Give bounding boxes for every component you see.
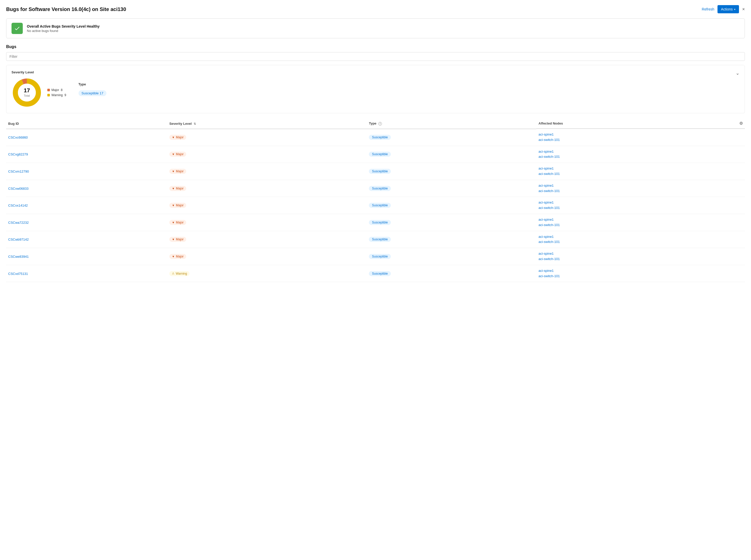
collapse-button[interactable]: ⌄ <box>736 70 739 76</box>
table-row: CSCwb97142▼ MajorSusceptibleaci-spine1ac… <box>6 231 745 248</box>
table-row: CSCwa72232▼ MajorSusceptibleaci-spine1ac… <box>6 214 745 231</box>
node-link[interactable]: aci-spine1 <box>538 234 743 240</box>
severity-badge: ▼ Major <box>169 237 186 242</box>
charts-panel: Severity Level 17 Total <box>6 65 745 113</box>
type-badge: Susceptible <box>369 169 391 174</box>
type-tag[interactable]: Susceptible 17 <box>79 90 106 96</box>
health-title: Overall Active Bugs Severity Level Healt… <box>27 24 99 28</box>
table-header: Bug ID Severity Level ⇅ Type i Affected … <box>6 118 745 129</box>
node-link[interactable]: aci-spine1 <box>538 149 743 155</box>
header-actions: Refresh Actions ▾ × <box>702 5 745 13</box>
legend-label-warning: Warning 9 <box>52 93 66 97</box>
type-badge: Susceptible <box>369 220 391 225</box>
severity-icon: ▼ <box>172 170 175 173</box>
severity-icon: ▼ <box>172 153 175 156</box>
node-link[interactable]: aci-switch-101 <box>538 137 743 143</box>
node-link[interactable]: aci-spine1 <box>538 251 743 257</box>
bug-id-link[interactable]: CSCvd75131 <box>8 272 28 276</box>
node-link[interactable]: aci-switch-101 <box>538 222 743 228</box>
info-icon: i <box>378 122 382 125</box>
node-link[interactable]: aci-switch-101 <box>538 154 743 160</box>
node-link[interactable]: aci-spine1 <box>538 132 743 137</box>
bug-id-link[interactable]: CSCvx14142 <box>8 203 28 207</box>
table-row: CSCvw06833▼ MajorSusceptibleaci-spine1ac… <box>6 180 745 197</box>
gear-icon[interactable]: ⚙ <box>739 121 743 126</box>
node-link[interactable]: aci-switch-101 <box>538 239 743 245</box>
node-link[interactable]: aci-switch-101 <box>538 188 743 194</box>
legend-dot-major <box>47 89 50 91</box>
severity-badge: ⚠ Warning <box>169 271 190 276</box>
table-row: CSCvm12790▼ MajorSusceptibleaci-spine1ac… <box>6 163 745 180</box>
severity-icon: ▼ <box>172 221 175 224</box>
node-link[interactable]: aci-spine1 <box>538 268 743 274</box>
severity-icon: ▼ <box>172 238 175 241</box>
node-link[interactable]: aci-switch-101 <box>538 257 743 262</box>
severity-icon: ▼ <box>172 136 175 139</box>
table-row: CSCwe83941▼ MajorSusceptibleaci-spine1ac… <box>6 248 745 265</box>
severity-icon: ⚠ <box>172 272 175 275</box>
donut-total-number: 17 <box>24 88 30 93</box>
bugs-section-title: Bugs <box>6 44 745 49</box>
type-badge: Susceptible <box>369 186 391 191</box>
health-icon-wrap <box>12 23 23 34</box>
node-link[interactable]: aci-spine1 <box>538 166 743 171</box>
node-link[interactable]: aci-switch-101 <box>538 171 743 177</box>
severity-icon: ▼ <box>172 255 175 258</box>
table-row: CSCvc66860▼ MajorSusceptibleaci-spine1ac… <box>6 129 745 146</box>
severity-chart-section: Severity Level 17 Total <box>12 70 66 108</box>
donut-center: 17 Total <box>24 88 30 97</box>
charts-row: Severity Level 17 Total <box>12 70 106 108</box>
bug-id-link[interactable]: CSCwb97142 <box>8 238 28 241</box>
bug-id-link[interactable]: CSCwa72232 <box>8 221 28 224</box>
severity-badge: ▼ Major <box>169 135 186 140</box>
page-title: Bugs for Software Version 16.0(4c) on Si… <box>6 6 126 12</box>
col-severity[interactable]: Severity Level ⇅ <box>167 118 367 129</box>
severity-badge: ▼ Major <box>169 152 186 157</box>
type-chart-title: Type <box>79 82 106 86</box>
filter-input[interactable] <box>6 52 745 61</box>
bug-id-link[interactable]: CSCwe83941 <box>8 255 28 259</box>
severity-icon: ▼ <box>172 187 175 190</box>
severity-chart-title: Severity Level <box>12 70 66 74</box>
node-link[interactable]: aci-spine1 <box>538 200 743 205</box>
type-badge: Susceptible <box>369 203 391 208</box>
severity-badge: ▼ Major <box>169 220 186 225</box>
bug-id-link[interactable]: CSCvw06833 <box>8 187 28 191</box>
node-link[interactable]: aci-switch-101 <box>538 274 743 279</box>
bug-id-link[interactable]: CSCvm12790 <box>8 169 29 173</box>
node-link[interactable]: aci-switch-101 <box>538 205 743 211</box>
type-badge: Susceptible <box>369 152 391 157</box>
col-affected-nodes: Affected Nodes ⚙ <box>536 118 745 129</box>
severity-badge: ▼ Major <box>169 254 186 259</box>
donut-total-label: Total <box>24 94 30 97</box>
donut-container: 17 Total Major 8 Warning 9 <box>12 77 66 108</box>
bug-id-link[interactable]: CSCvc66860 <box>8 136 28 139</box>
type-badge: Susceptible <box>369 237 391 242</box>
node-link[interactable]: aci-spine1 <box>538 183 743 188</box>
refresh-button[interactable]: Refresh <box>702 7 714 11</box>
severity-icon: ▼ <box>172 204 175 207</box>
chart-legend: Major 8 Warning 9 <box>47 88 66 97</box>
severity-badge: ▼ Major <box>169 186 186 191</box>
table-row: CSCvg82279▼ MajorSusceptibleaci-spine1ac… <box>6 146 745 163</box>
bugs-table: Bug ID Severity Level ⇅ Type i Affected … <box>6 118 745 282</box>
type-section: Type Susceptible 17 <box>79 82 106 96</box>
table-row: CSCvd75131⚠ WarningSusceptibleaci-spine1… <box>6 265 745 282</box>
col-type: Type i <box>367 118 536 129</box>
donut-chart: 17 Total <box>12 77 42 108</box>
legend-label-major: Major 8 <box>52 88 62 92</box>
health-banner: Overall Active Bugs Severity Level Healt… <box>6 18 745 38</box>
bugs-table-body: CSCvc66860▼ MajorSusceptibleaci-spine1ac… <box>6 129 745 282</box>
type-badge: Susceptible <box>369 254 391 259</box>
close-button[interactable]: × <box>742 7 745 12</box>
legend-dot-warning <box>47 94 50 96</box>
bug-id-link[interactable]: CSCvg82279 <box>8 153 28 156</box>
node-link[interactable]: aci-spine1 <box>538 217 743 222</box>
table-row: CSCvx14142▼ MajorSusceptibleaci-spine1ac… <box>6 197 745 214</box>
checkmark-icon <box>14 25 20 32</box>
col-bug-id: Bug ID <box>6 118 167 129</box>
page-header: Bugs for Software Version 16.0(4c) on Si… <box>6 5 745 13</box>
actions-button[interactable]: Actions ▾ <box>717 5 739 13</box>
legend-item-warning: Warning 9 <box>47 93 66 97</box>
sort-icon: ⇅ <box>194 122 196 125</box>
